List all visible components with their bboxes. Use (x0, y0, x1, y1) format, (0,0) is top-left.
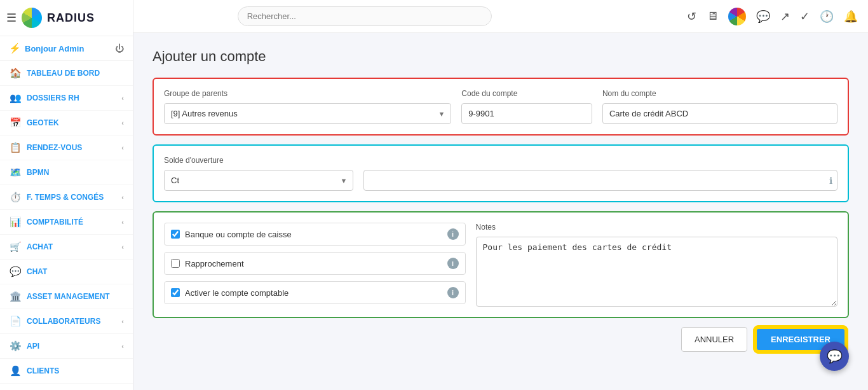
solde-section-label: Solde d'ouverture (164, 156, 837, 165)
notes-label: Notes (476, 223, 837, 232)
chevron-icon: ‹ (121, 144, 124, 151)
hamburger-icon[interactable]: ☰ (6, 11, 17, 25)
page-title: Ajouter un compte (153, 48, 849, 65)
chart-icon: 📊 (9, 216, 22, 228)
sidebar: ☰ RADIUS ⚡ Bonjour Admin ⏻ 🏠 TABLEAU DE … (0, 0, 133, 390)
form-section-groupe: Groupe de parents [9] Autres revenus [1]… (153, 78, 849, 136)
check-icon[interactable]: ✓ (800, 10, 810, 24)
users-icon: 👥 (9, 92, 22, 104)
sidebar-header: ☰ RADIUS (0, 0, 133, 36)
solde-amount-input[interactable] (363, 170, 837, 191)
search-input[interactable] (238, 6, 492, 26)
bell-icon[interactable]: 🔔 (844, 10, 858, 24)
monitor-icon[interactable]: 🖥 (707, 10, 718, 23)
sidebar-item-geotek[interactable]: 📅 GEOTEK ‹ (0, 111, 133, 136)
nom-field: Nom du compte (602, 89, 837, 124)
sidebar-item-clients[interactable]: 👤 CLIENTS (0, 359, 133, 384)
person-icon: 👤 (9, 365, 22, 377)
sidebar-item-label: GEOTEK (27, 118, 59, 127)
sidebar-item-asset-management[interactable]: 🏛️ ASSET MANAGEMENT (0, 284, 133, 309)
topbar-icons: ↺ 🖥 💬 ↗ ✓ 🕐 🔔 (687, 8, 858, 25)
groupe-select[interactable]: [9] Autres revenus [1] Actifs [2] Passif… (164, 103, 451, 124)
chevron-icon: ‹ (121, 342, 124, 350)
sidebar-item-achat[interactable]: 🛒 ACHAT ‹ (0, 235, 133, 260)
topbar: ↺ 🖥 💬 ↗ ✓ 🕐 🔔 (133, 0, 868, 33)
main-area: ↺ 🖥 💬 ↗ ✓ 🕐 🔔 Ajouter un compte Groupe d… (133, 0, 868, 390)
sidebar-item-label: DOSSIERS RH (27, 94, 79, 102)
message-icon[interactable]: 💬 (756, 10, 770, 24)
sidebar-item-label: ACHAT (27, 242, 53, 251)
chevron-icon: ‹ (121, 94, 124, 102)
nom-label: Nom du compte (602, 89, 837, 98)
chevron-icon: ‹ (121, 119, 124, 127)
nom-input[interactable] (602, 103, 837, 124)
checkbox-rapprochement[interactable] (171, 259, 180, 268)
building-icon: 🏛️ (9, 291, 22, 302)
globe-icon[interactable] (728, 8, 746, 25)
sidebar-item-label: ASSET MANAGEMENT (27, 292, 110, 301)
chat-fab-icon: 💬 (827, 349, 843, 364)
user-row: ⚡ Bonjour Admin ⏻ (0, 36, 133, 61)
search-box (238, 6, 492, 26)
sidebar-item-dossiers-rh[interactable]: 👥 DOSSIERS RH ‹ (0, 86, 133, 111)
chevron-icon: ‹ (121, 317, 124, 325)
form-row-options: Banque ou compte de caisse i Rapprocheme… (164, 223, 837, 307)
chat-fab[interactable]: 💬 (820, 342, 849, 371)
notes-textarea[interactable]: Pour les paiement des cartes de crédit (476, 237, 837, 307)
sidebar-item-label: CLIENTS (27, 366, 59, 375)
info-icon-activer[interactable]: i (447, 287, 459, 298)
sidebar-item-label: TABLEAU DE BORD (27, 69, 100, 78)
cancel-button[interactable]: ANNULER (681, 327, 747, 352)
solde-amount-group: ℹ (363, 170, 837, 191)
code-input[interactable] (461, 103, 592, 124)
groupe-field: Groupe de parents [9] Autres revenus [1]… (164, 89, 451, 124)
chevron-icon: ‹ (121, 193, 124, 201)
calendar-icon: 📅 (9, 117, 22, 129)
logo-text: RADIUS (47, 11, 95, 25)
sidebar-item-f-temps-conges[interactable]: ⏱️ F. TEMPS & CONGÉS ‹ (0, 185, 133, 210)
checkbox-banque-row: Banque ou compte de caisse i (164, 223, 466, 246)
clock-icon[interactable]: 🕐 (820, 10, 834, 24)
sidebar-item-label: CHAT (27, 267, 47, 276)
groupe-label: Groupe de parents (164, 89, 451, 98)
sidebar-item-label: COLLABORATEURS (27, 317, 100, 326)
gear-icon: ⚙️ (9, 340, 22, 352)
checkboxes-column: Banque ou compte de caisse i Rapprocheme… (164, 223, 466, 304)
info-icon[interactable]: ℹ (829, 176, 832, 186)
sidebar-item-label: API (27, 342, 39, 351)
clipboard-icon: 📋 (9, 142, 22, 153)
checkbox-banque-label: Banque ou compte de caisse (185, 230, 442, 239)
form-row-top: Groupe de parents [9] Autres revenus [1]… (164, 89, 837, 124)
chevron-icon: ‹ (121, 243, 124, 251)
form-section-solde: Solde d'ouverture Ct Dt ▼ ℹ (153, 144, 849, 202)
sidebar-item-collaborateurs[interactable]: 📄 COLLABORATEURS ‹ (0, 309, 133, 334)
checkbox-rapprochement-row: Rapprochement i (164, 252, 466, 275)
notes-column: Notes Pour les paiement des cartes de cr… (476, 223, 837, 307)
solde-select[interactable]: Ct Dt (164, 170, 353, 191)
sidebar-item-bpmn[interactable]: 🗺️ BPMN (0, 160, 133, 185)
groupe-select-wrapper: [9] Autres revenus [1] Actifs [2] Passif… (164, 103, 451, 124)
sidebar-item-label: BPMN (27, 168, 49, 177)
chat-icon: 💬 (9, 266, 22, 277)
history-icon[interactable]: ↺ (687, 10, 696, 24)
solde-select-group: Ct Dt ▼ (164, 170, 353, 191)
info-icon-banque[interactable]: i (447, 228, 459, 240)
power-icon[interactable]: ⏻ (115, 43, 124, 53)
share-icon[interactable]: ↗ (780, 10, 790, 24)
checkbox-rapprochement-label: Rapprochement (185, 259, 442, 268)
home-icon: 🏠 (9, 67, 22, 79)
solde-input-wrapper: ℹ (363, 170, 837, 191)
sidebar-item-tableau-de-bord[interactable]: 🏠 TABLEAU DE BORD (0, 61, 133, 86)
form-section-options: Banque ou compte de caisse i Rapprocheme… (153, 211, 849, 318)
user-greeting: ⚡ Bonjour Admin (9, 43, 84, 54)
code-field: Code du compte (461, 89, 592, 124)
sidebar-item-api[interactable]: ⚙️ API ‹ (0, 334, 133, 359)
info-icon-rapprochement[interactable]: i (447, 258, 459, 269)
content-area: Ajouter un compte Groupe de parents [9] … (133, 33, 868, 390)
timer-icon: ⏱️ (9, 192, 22, 203)
sidebar-item-rendez-vous[interactable]: 📋 RENDEZ-VOUS ‹ (0, 136, 133, 160)
checkbox-activer[interactable] (171, 288, 180, 297)
sidebar-item-chat[interactable]: 💬 CHAT (0, 260, 133, 284)
sidebar-item-comptabilite[interactable]: 📊 COMPTABILITÉ ‹ (0, 210, 133, 235)
checkbox-banque[interactable] (171, 230, 180, 239)
